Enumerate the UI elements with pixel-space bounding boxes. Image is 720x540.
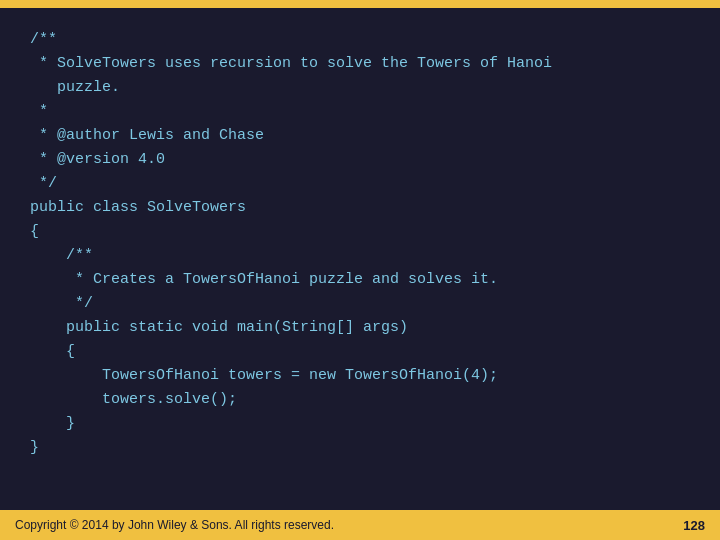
- code-line: * @author Lewis and Chase: [30, 124, 690, 148]
- code-line: */: [30, 292, 690, 316]
- code-line: /**: [30, 244, 690, 268]
- code-line: */: [30, 172, 690, 196]
- code-line: puzzle.: [30, 76, 690, 100]
- content-area: /** * SolveTowers uses recursion to solv…: [0, 8, 720, 510]
- code-line: }: [30, 412, 690, 436]
- code-line: TowersOfHanoi towers = new TowersOfHanoi…: [30, 364, 690, 388]
- top-bar: [0, 0, 720, 8]
- code-line: * Creates a TowersOfHanoi puzzle and sol…: [30, 268, 690, 292]
- code-block: /** * SolveTowers uses recursion to solv…: [30, 28, 690, 460]
- code-line: towers.solve();: [30, 388, 690, 412]
- code-line: public class SolveTowers: [30, 196, 690, 220]
- code-line: * SolveTowers uses recursion to solve th…: [30, 52, 690, 76]
- code-line: {: [30, 220, 690, 244]
- code-line: public static void main(String[] args): [30, 316, 690, 340]
- code-line: }: [30, 436, 690, 460]
- footer: Copyright © 2014 by John Wiley & Sons. A…: [0, 510, 720, 540]
- code-line: /**: [30, 28, 690, 52]
- code-line: *: [30, 100, 690, 124]
- footer-copyright: Copyright © 2014 by John Wiley & Sons. A…: [15, 518, 334, 532]
- footer-page-number: 128: [683, 518, 705, 533]
- code-line: * @version 4.0: [30, 148, 690, 172]
- code-line: {: [30, 340, 690, 364]
